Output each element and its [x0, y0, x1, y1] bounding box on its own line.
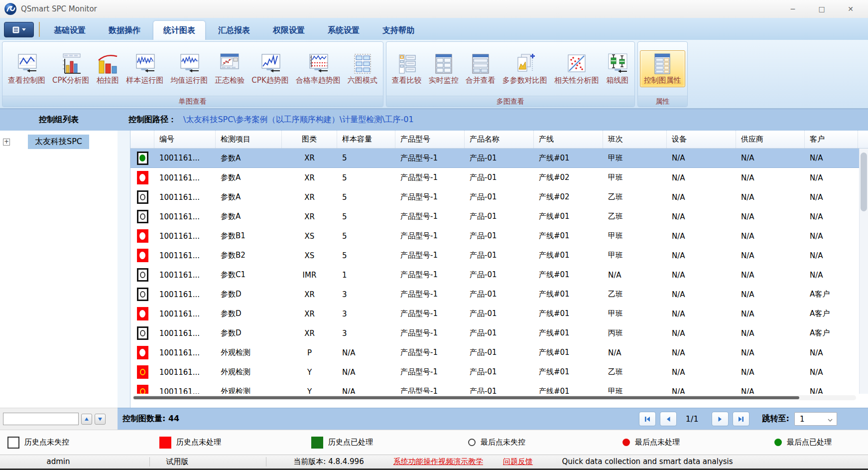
table-row[interactable]: 1001161...参数AXR5产品型号-1产品-01产线#02甲班N/AN/A…: [130, 168, 868, 187]
table-row[interactable]: 1001161...外观检测YN/A产品型号-1产品-01产线#01乙班N/AN…: [130, 362, 868, 382]
table-row[interactable]: 1001161...参数AXR5产品型号-1产品-01产线#02乙班N/AN/A…: [130, 187, 868, 207]
maximize-button[interactable]: □: [807, 2, 836, 16]
column-header[interactable]: 产线: [534, 131, 603, 148]
column-header[interactable]: 样本容量: [337, 131, 395, 148]
column-header[interactable]: 产品型号: [395, 131, 465, 148]
column-header[interactable]: 图类: [282, 131, 337, 148]
horizontal-scrollbar[interactable]: [132, 395, 856, 400]
table-cell: 5: [337, 246, 395, 265]
six-chart-mode-button[interactable]: 六图模式: [344, 51, 381, 87]
cpk-analysis-icon: [59, 53, 82, 75]
table-row[interactable]: 1001161...外观检测YN/A产品型号-1产品-01产线#01甲班N/AN…: [130, 382, 868, 394]
legend-item: 最后点未失控: [468, 430, 525, 455]
boxplot-chart-button[interactable]: 箱线图: [603, 51, 632, 87]
video-tutorial-link[interactable]: 系统功能操作视频演示教学: [393, 455, 483, 469]
tree-item-root[interactable]: + 太友科技SPC: [0, 135, 118, 149]
table-row[interactable]: 1001161...参数B1XS5产品型号-1产品-01产线#01甲班N/AN/…: [130, 226, 868, 246]
red-yellow-outline-icon: [137, 365, 148, 379]
table-row[interactable]: 1001161...外观检测PN/A产品型号-1产品-01产线#01N/AN/A…: [130, 343, 868, 362]
table-cell: N/A: [805, 168, 858, 187]
tree-search-input[interactable]: [3, 413, 79, 425]
view-compare-button[interactable]: 查看比较: [388, 51, 425, 87]
column-header[interactable]: 编号: [154, 131, 216, 148]
legend-label: 历史点未失控: [24, 438, 69, 447]
table-row[interactable]: 1001161...参数DXR3产品型号-1产品-01产线#01乙班N/AN/A…: [130, 285, 868, 304]
table-row[interactable]: 1001161...参数B2XS5产品型号-1产品-01产线#01甲班N/AN/…: [130, 246, 868, 265]
column-header-status[interactable]: [130, 131, 154, 148]
tab-system-settings[interactable]: 系统设置: [318, 21, 370, 40]
tab-summary-reports[interactable]: 汇总报表: [208, 21, 260, 40]
cpk-trend-chart-button[interactable]: CPK趋势图: [248, 51, 292, 87]
tree-root-label[interactable]: 太友科技SPC: [28, 135, 89, 149]
table-cell: 1001161...: [154, 362, 216, 382]
previous-page-button[interactable]: [660, 412, 677, 426]
legend-label: 最后点已处理: [787, 438, 832, 447]
multi-param-compare-chart-button[interactable]: 多参数对比图: [499, 51, 551, 87]
table-cell: N/A: [667, 246, 736, 265]
black-outline-icon: [137, 210, 148, 223]
search-down-button[interactable]: [95, 414, 106, 425]
table-cell: N/A: [736, 168, 805, 187]
column-header[interactable]: 客户: [805, 131, 858, 148]
merge-view-button[interactable]: 合并查看: [462, 51, 499, 87]
close-button[interactable]: ✕: [836, 2, 865, 16]
control-chart-table: 编号检测项目图类样本容量产品型号产品名称产线班次设备供应商客户 1001161.…: [130, 131, 868, 408]
mean-run-chart-button[interactable]: 均值运行图: [167, 51, 211, 87]
page-jump-dropdown[interactable]: 1: [794, 412, 837, 426]
app-menu-button[interactable]: [4, 22, 34, 37]
black-outline-icon: [137, 326, 148, 340]
legend-item: 历史点已处理: [311, 430, 373, 455]
horizontal-scrollbar-thumb[interactable]: [133, 396, 799, 399]
table-row[interactable]: 1001161...参数AXR5产品型号-1产品-01产线#01乙班N/AN/A…: [130, 207, 868, 226]
pareto-chart-button[interactable]: 柏拉图: [93, 51, 123, 87]
last-page-button[interactable]: [733, 412, 749, 426]
correlation-analysis-chart-button[interactable]: 相关性分析图: [551, 51, 603, 87]
panel-splitter[interactable]: [118, 131, 130, 408]
table-cell: 甲班: [603, 382, 667, 394]
cpk-analysis-chart-button[interactable]: CPK分析图: [49, 51, 93, 87]
tree-expand-icon[interactable]: +: [3, 139, 10, 146]
vertical-scrollbar[interactable]: [859, 149, 868, 394]
search-up-button[interactable]: [81, 414, 92, 425]
tab-data-operations[interactable]: 数据操作: [99, 21, 150, 40]
column-header[interactable]: 班次: [603, 131, 667, 148]
normality-test-button[interactable]: 正态检验: [211, 51, 248, 87]
table-cell: 产品-01: [465, 382, 534, 394]
table-row[interactable]: 1001161...参数C1IMR1产品型号-1产品-01产线#01N/AN/A…: [130, 265, 868, 285]
green-dot-icon: [137, 152, 148, 165]
column-header[interactable]: 供应商: [736, 131, 805, 148]
tab-stat-charts[interactable]: 统计图表: [153, 21, 205, 40]
table-row[interactable]: 1001161...参数DXR3产品型号-1产品-01产线#01甲班N/AN/A…: [130, 304, 868, 323]
last-page-icon: [738, 416, 744, 423]
ribbon-button-label: 查看比较: [392, 76, 422, 85]
table-row[interactable]: 1001161...参数AXR5产品型号-1产品-01产线#01甲班N/AN/A…: [130, 149, 868, 168]
column-header[interactable]: 检测项目: [216, 131, 282, 148]
chevron-down-icon: [22, 28, 26, 31]
table-cell: 产线#01: [534, 323, 603, 343]
minimize-button[interactable]: ─: [778, 2, 807, 16]
red-white-dot-icon: [137, 171, 148, 184]
first-page-button[interactable]: [639, 412, 656, 426]
table-cell: 参数C1: [216, 265, 282, 285]
view-control-chart-button[interactable]: 查看控制图: [4, 51, 49, 87]
pass-rate-trend-chart-button[interactable]: 合格率趋势图: [292, 51, 344, 87]
tab-base-settings[interactable]: 基础设置: [44, 21, 96, 40]
table-row[interactable]: 1001161...参数DXR3产品型号-1产品-01产线#01丙班N/AN/A…: [130, 323, 868, 343]
tab-permissions[interactable]: 权限设置: [263, 21, 315, 40]
control-chart-properties-button[interactable]: 控制图属性: [640, 50, 685, 87]
table-cell: P: [282, 343, 337, 362]
chart-path-value: \太友科技SPC\参考案例（以工序顺序构建）\计量型检测\工序-01: [183, 115, 414, 125]
table-cell: 产品型号-1: [395, 149, 465, 167]
next-page-button[interactable]: [712, 412, 729, 426]
table-cell: 产品-01: [465, 323, 534, 343]
table-cell: 产线#01: [534, 343, 603, 362]
column-header[interactable]: 产品名称: [465, 131, 534, 148]
sample-run-chart-button[interactable]: 样本运行图: [123, 51, 167, 87]
column-header[interactable]: 设备: [667, 131, 736, 148]
cell-status: [130, 382, 154, 394]
feedback-link[interactable]: 问题反馈: [503, 455, 533, 469]
realtime-monitor-button[interactable]: 实时监控: [425, 51, 462, 87]
table-cell: 1001161...: [154, 285, 216, 304]
tab-support-help[interactable]: 支持帮助: [372, 21, 424, 40]
vertical-scrollbar-thumb[interactable]: [861, 153, 867, 211]
